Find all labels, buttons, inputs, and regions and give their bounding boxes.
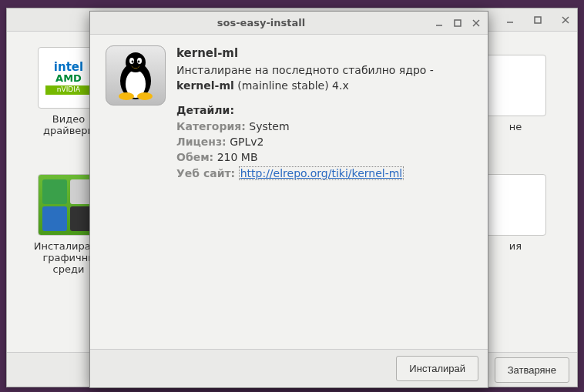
partial-label-top: не xyxy=(477,121,554,132)
close-button[interactable]: Затваряне xyxy=(495,357,569,383)
dialog-footer: Инсталирай xyxy=(90,349,488,387)
detail-category: Категория: System xyxy=(176,119,472,134)
website-link[interactable]: http://elrepo.org/tiki/kernel-ml xyxy=(239,166,404,180)
parent-maximize-icon[interactable] xyxy=(532,15,543,25)
detail-license: Лиценз: GPLv2 xyxy=(176,134,472,149)
svg-point-13 xyxy=(132,61,134,63)
package-details-dialog: sos-easy-install xyxy=(89,11,488,388)
dialog-maximize-icon[interactable] xyxy=(452,18,463,28)
license-label: Лиценз: xyxy=(176,136,227,148)
size-value: 210 MB xyxy=(217,151,258,163)
parent-minimize-icon[interactable] xyxy=(505,15,515,25)
partial-label-bottom: ия xyxy=(477,240,554,252)
svg-point-10 xyxy=(126,52,146,72)
package-name: kernel-ml xyxy=(176,45,472,62)
svg-point-16 xyxy=(137,92,153,100)
svg-point-11 xyxy=(129,58,134,64)
svg-rect-1 xyxy=(535,17,541,23)
dialog-close-icon[interactable] xyxy=(471,18,482,28)
detail-size: Обем: 210 MB xyxy=(176,149,472,165)
partial-tile-bottom[interactable]: ия xyxy=(477,174,554,252)
svg-point-14 xyxy=(138,61,140,63)
dialog-body: kernel-ml Инсталиране на последното стаб… xyxy=(90,35,488,349)
partial-tile-top[interactable]: не xyxy=(477,55,554,132)
dialog-title: sos-easy-install xyxy=(96,17,426,28)
tux-icon xyxy=(106,45,166,106)
license-value: GPLv2 xyxy=(230,136,263,148)
category-value: System xyxy=(249,120,289,132)
package-info: kernel-ml Инсталиране на последното стаб… xyxy=(176,45,472,181)
category-label: Категория: xyxy=(176,120,246,132)
dialog-titlebar: sos-easy-install xyxy=(90,12,488,35)
website-label: Уеб сайт: xyxy=(176,167,235,179)
svg-point-15 xyxy=(119,92,134,100)
dialog-minimize-icon[interactable] xyxy=(434,18,445,28)
svg-rect-5 xyxy=(455,20,461,26)
install-button[interactable]: Инсталирай xyxy=(396,356,478,381)
parent-close-icon[interactable] xyxy=(560,15,571,25)
details-heading: Детайли: xyxy=(176,102,472,118)
package-description: Инсталиране на последното стабилно ядро … xyxy=(176,62,472,94)
svg-point-12 xyxy=(137,58,142,64)
partial-icon-bottom xyxy=(485,174,546,236)
size-label: Обем: xyxy=(176,151,213,163)
partial-icon-top xyxy=(485,55,546,116)
detail-website: Уеб сайт: http://elrepo.org/tiki/kernel-… xyxy=(176,166,472,181)
